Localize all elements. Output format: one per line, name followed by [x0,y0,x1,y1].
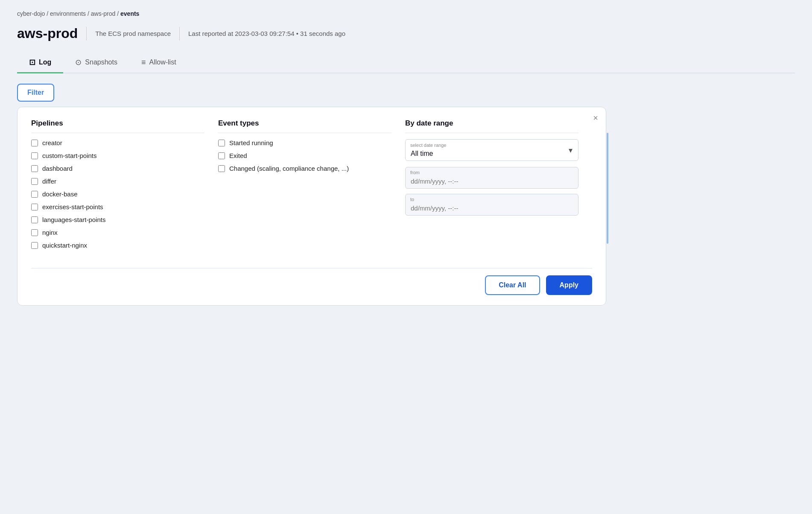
date-from-input[interactable] [405,167,578,189]
pipelines-column: Pipelines creator custom-start-points da… [31,119,218,254]
pipeline-label-creator: creator [42,139,62,146]
filter-footer: Clear All Apply [31,268,592,295]
list-item: nginx [31,229,204,236]
pipeline-label-languages-start-points: languages-start-points [42,216,105,223]
log-icon: ⊡ [29,58,35,67]
pipeline-label-quickstart-nginx: quickstart-nginx [42,242,87,249]
filter-panel: × Pipelines creator custom-start-points … [17,107,606,306]
event-label-changed: Changed (scaling, compliance change, ...… [229,165,349,172]
pipelines-title: Pipelines [31,119,204,133]
pipeline-label-dashboard: dashboard [42,165,73,172]
list-item: dashboard [31,165,204,172]
tabs-bar: ⊡ Log ⊙ Snapshots ≡ Allow-list [17,53,795,73]
header-divider-2 [179,27,180,41]
snapshots-icon: ⊙ [75,58,82,67]
list-item: Exited [218,152,391,159]
pipeline-checkbox-creator[interactable] [31,140,38,146]
pipeline-checkbox-nginx[interactable] [31,229,38,236]
breadcrumb: cyber-dojo / environments / aws-prod / e… [17,10,795,17]
event-label-exited: Exited [229,152,247,159]
date-to-wrapper: to [405,194,578,216]
pipeline-checkbox-custom-start-points[interactable] [31,152,38,159]
page-wrapper: cyber-dojo / environments / aws-prod / e… [0,0,812,514]
header-last-reported: Last reported at 2023-03-03 09:27:54 • 3… [188,30,345,37]
event-checkbox-changed[interactable] [218,165,225,172]
pipeline-label-differ: differ [42,178,56,185]
date-range-select-wrapper: select date range All time Last 24 hours… [405,139,578,161]
pipeline-checkbox-exercises-start-points[interactable] [31,204,38,210]
date-range-column: By date range select date range All time… [405,119,592,254]
close-button[interactable]: × [593,113,598,123]
pipeline-label-custom-start-points: custom-start-points [42,152,97,159]
tab-snapshots-label: Snapshots [85,58,117,66]
list-item: differ [31,178,204,185]
filter-button[interactable]: Filter [17,84,54,102]
date-select-label: select date range [410,143,446,148]
tab-allow-list-label: Allow-list [149,58,176,66]
list-item: docker-base [31,190,204,198]
apply-button[interactable]: Apply [546,275,592,295]
date-range-title: By date range [405,119,578,133]
date-to-input[interactable] [405,194,578,216]
list-item: exercises-start-points [31,203,204,210]
breadcrumb-part-2: environments [50,10,86,17]
clear-all-button[interactable]: Clear All [485,275,540,295]
pipeline-checkbox-quickstart-nginx[interactable] [31,242,38,249]
breadcrumb-part-4: events [120,10,139,17]
pipeline-checkbox-docker-base[interactable] [31,191,38,198]
pipeline-label-nginx: nginx [42,229,58,236]
pipeline-label-docker-base: docker-base [42,190,78,198]
list-item: languages-start-points [31,216,204,223]
date-from-label: from [410,170,420,175]
event-checkbox-exited[interactable] [218,152,225,159]
allow-list-icon: ≡ [141,58,146,67]
tab-log-label: Log [39,58,51,66]
event-label-started-running: Started running [229,139,273,146]
header-row: aws-prod The ECS prod namespace Last rep… [17,26,795,41]
list-item: quickstart-nginx [31,242,204,249]
tab-snapshots[interactable]: ⊙ Snapshots [63,53,129,73]
header-description: The ECS prod namespace [95,30,171,37]
page-title: aws-prod [17,26,78,41]
list-item: creator [31,139,204,146]
event-checkbox-started-running[interactable] [218,140,225,146]
pipeline-checkbox-languages-start-points[interactable] [31,216,38,223]
list-item: Changed (scaling, compliance change, ...… [218,165,391,172]
breadcrumb-part-1: cyber-dojo [17,10,45,17]
tab-allow-list[interactable]: ≡ Allow-list [129,53,188,73]
filter-columns: Pipelines creator custom-start-points da… [31,119,592,254]
tab-log[interactable]: ⊡ Log [17,53,63,73]
event-types-title: Event types [218,119,391,133]
pipeline-checkbox-differ[interactable] [31,178,38,185]
list-item: custom-start-points [31,152,204,159]
pipeline-label-exercises-start-points: exercises-start-points [42,203,103,210]
event-types-column: Event types Started running Exited Chang… [218,119,405,254]
header-divider-1 [86,27,87,41]
date-from-wrapper: from [405,167,578,189]
list-item: Started running [218,139,391,146]
pipeline-checkbox-dashboard[interactable] [31,165,38,172]
scrollbar [607,133,608,244]
breadcrumb-part-3: aws-prod [91,10,116,17]
date-to-label: to [410,197,414,202]
